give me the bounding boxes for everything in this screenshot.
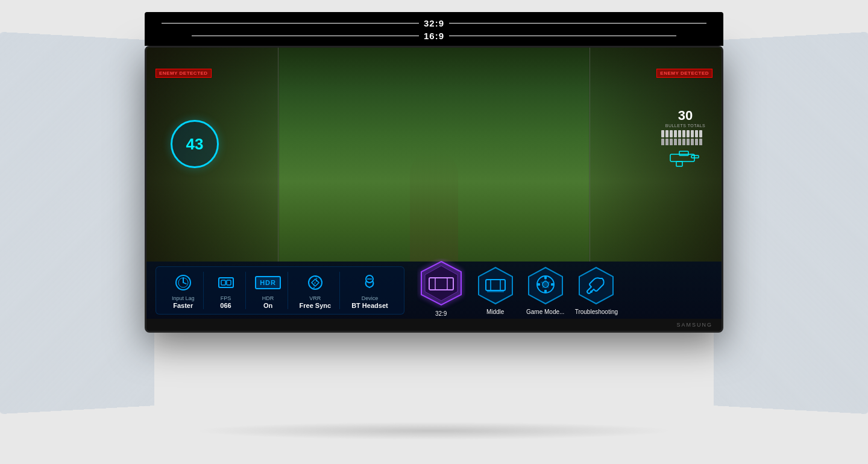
stat-input-lag: Input Lag Faster bbox=[163, 272, 204, 309]
glass-panel-left bbox=[0, 32, 154, 414]
hdr-label: HDR bbox=[262, 295, 274, 301]
svg-rect-21 bbox=[679, 151, 688, 155]
game-scene: 43 ENEMY DETECTED ENEMY DETECTED 30 BULL… bbox=[146, 48, 722, 271]
hex-gamemode-label: Game Mode... bbox=[526, 309, 564, 315]
svg-line-27 bbox=[183, 283, 186, 284]
hex-gamemode-icon bbox=[535, 274, 556, 298]
hex-middle[interactable]: Middle bbox=[475, 265, 516, 315]
svg-rect-23 bbox=[676, 161, 682, 166]
stat-vrr: VRR Free Sync bbox=[291, 272, 341, 309]
svg-rect-11 bbox=[665, 139, 668, 145]
svg-rect-5 bbox=[682, 130, 685, 137]
svg-rect-46 bbox=[544, 290, 547, 293]
svg-rect-41 bbox=[487, 290, 504, 292]
hex-ratio-329[interactable]: 32:9 bbox=[417, 259, 466, 319]
tv-monitor: 32:9 16:9 43 bbox=[145, 12, 723, 333]
input-lag-label: Input Lag bbox=[172, 295, 195, 301]
vrr-icon bbox=[304, 272, 326, 293]
gun-icon bbox=[661, 148, 709, 171]
fps-stat-label: FPS bbox=[221, 295, 231, 301]
ammo-counter: 30 BULLETS TOTALS bbox=[661, 108, 709, 171]
hdr-value: On bbox=[263, 302, 272, 309]
svg-rect-14 bbox=[678, 139, 681, 145]
hex-middle-icon bbox=[485, 276, 506, 295]
separator-right bbox=[590, 48, 590, 271]
svg-rect-10 bbox=[661, 139, 664, 145]
stat-device: Device BT Headset bbox=[343, 272, 397, 309]
screen: 43 ENEMY DETECTED ENEMY DETECTED 30 BULL… bbox=[146, 48, 722, 319]
svg-rect-19 bbox=[699, 139, 702, 145]
svg-rect-40 bbox=[491, 280, 500, 290]
tv-bezel: 43 ENEMY DETECTED ENEMY DETECTED 30 BULL… bbox=[145, 46, 723, 333]
svg-rect-13 bbox=[674, 139, 677, 145]
stat-fps: FPS 066 bbox=[207, 272, 246, 309]
hex-middle-label: Middle bbox=[486, 309, 504, 315]
hdr-icon: HDR bbox=[257, 272, 279, 293]
svg-rect-7 bbox=[691, 130, 694, 137]
svg-rect-9 bbox=[699, 130, 702, 137]
hex-329-label: 32:9 bbox=[435, 310, 447, 317]
hex-329-icon bbox=[428, 274, 454, 292]
svg-rect-29 bbox=[221, 280, 225, 285]
samsung-logo: SAMSUNG bbox=[676, 322, 712, 328]
input-lag-value: Faster bbox=[173, 302, 193, 309]
svg-rect-12 bbox=[670, 139, 673, 145]
svg-rect-22 bbox=[691, 155, 699, 158]
fps-number: 43 bbox=[186, 135, 204, 154]
svg-rect-1 bbox=[665, 130, 668, 137]
device-label: Device bbox=[362, 295, 379, 301]
device-value: BT Headset bbox=[351, 302, 388, 309]
svg-rect-3 bbox=[674, 130, 677, 137]
input-lag-icon bbox=[172, 272, 194, 293]
ratio-169-line: 16:9 bbox=[187, 31, 681, 41]
svg-rect-39 bbox=[486, 280, 505, 290]
svg-rect-45 bbox=[544, 276, 547, 279]
svg-rect-17 bbox=[691, 139, 694, 145]
hex-troubleshoot-label: Troubleshooting bbox=[575, 309, 618, 315]
hdr-badge: HDR bbox=[255, 276, 281, 289]
vrr-value: Free Sync bbox=[300, 302, 332, 309]
enemy-detected-right: ENEMY DETECTED bbox=[656, 69, 712, 78]
ratio-329-line: 32:9 bbox=[157, 18, 711, 28]
svg-rect-47 bbox=[537, 283, 540, 286]
hex-troubleshoot-icon bbox=[585, 274, 607, 298]
vrr-label: VRR bbox=[309, 295, 321, 301]
svg-rect-18 bbox=[695, 139, 698, 145]
hud-hexagons: 32:9 bbox=[417, 259, 618, 319]
svg-rect-6 bbox=[687, 130, 690, 137]
stat-hdr: HDR HDR On bbox=[249, 272, 288, 309]
enemy-detected-left: ENEMY DETECTED bbox=[156, 69, 212, 78]
hex-troubleshoot-shape bbox=[576, 265, 617, 306]
ratio-329-label: 32:9 bbox=[424, 18, 444, 28]
ammo-bars bbox=[661, 130, 709, 145]
device-icon bbox=[359, 272, 380, 293]
svg-rect-4 bbox=[678, 130, 681, 137]
separator-left bbox=[278, 48, 278, 271]
hex-game-mode[interactable]: Game Mode... bbox=[525, 265, 566, 315]
svg-rect-0 bbox=[661, 130, 664, 137]
ammo-label: BULLETS TOTALS bbox=[661, 124, 709, 128]
svg-rect-48 bbox=[551, 283, 554, 286]
svg-point-50 bbox=[590, 290, 593, 293]
svg-rect-37 bbox=[435, 278, 447, 290]
svg-rect-30 bbox=[227, 280, 231, 285]
hex-troubleshooting[interactable]: Troubleshooting bbox=[575, 265, 618, 315]
hex-middle-shape bbox=[475, 265, 516, 306]
svg-rect-15 bbox=[682, 139, 685, 145]
tv-shadow bbox=[193, 422, 675, 440]
hex-329-shape bbox=[417, 259, 466, 308]
fps-circle: 43 bbox=[171, 120, 219, 168]
svg-rect-8 bbox=[695, 130, 698, 137]
character-silhouette bbox=[410, 150, 458, 271]
fps-icon bbox=[215, 272, 237, 293]
fps-counter: 43 bbox=[171, 120, 219, 168]
svg-rect-36 bbox=[429, 278, 453, 290]
ammo-number: 30 bbox=[661, 108, 709, 124]
game-hud: Input Lag Faster FPS 06 bbox=[146, 262, 722, 319]
ratio-169-label: 16:9 bbox=[424, 31, 444, 41]
fps-stat-value: 066 bbox=[220, 302, 231, 309]
tv-bottom-bar: SAMSUNG bbox=[146, 319, 722, 331]
hud-stats: Input Lag Faster FPS 06 bbox=[156, 266, 404, 315]
hex-gamemode-shape bbox=[525, 265, 566, 306]
svg-rect-16 bbox=[687, 139, 690, 145]
